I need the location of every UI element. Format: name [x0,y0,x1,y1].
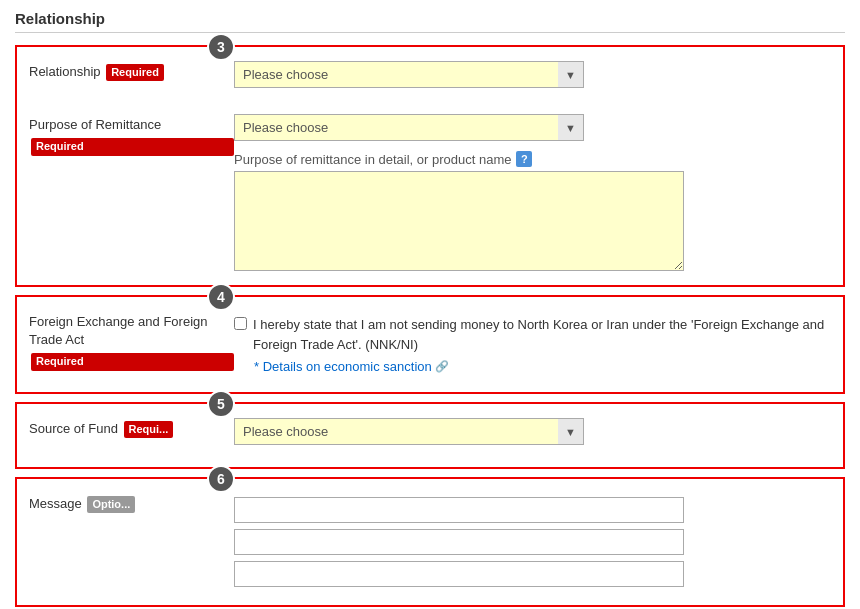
page-title: Relationship [15,10,845,33]
fx-checkbox-row: I hereby state that I am not sending mon… [234,315,831,354]
foreign-exchange-required-badge: Required [31,353,234,370]
source-of-fund-section: 5 Source of Fund Requi... Please choose … [15,402,845,469]
message-input-3[interactable] [234,561,684,587]
message-input-1[interactable] [234,497,684,523]
message-optional-badge: Optio... [87,496,135,513]
relationship-section: 3 Relationship Required Please choose ▼ … [15,45,845,287]
foreign-exchange-label: Foreign Exchange and Foreign Trade Act R… [29,307,234,371]
purpose-select[interactable]: Please choose [234,114,584,141]
relationship-controls: Please choose ▼ [234,57,831,100]
source-of-fund-controls: Please choose ▼ [234,414,831,457]
relationship-select1-wrapper: Please choose ▼ [234,61,584,88]
purpose-required-badge: Required [31,138,234,155]
step-6-badge: 6 [207,465,235,493]
page-container: Relationship 3 Relationship Required Ple… [0,0,860,609]
relationship-row: Relationship Required Please choose ▼ [29,57,831,100]
message-inputs [234,493,831,591]
step-4-badge: 4 [207,283,235,311]
step-3-badge: 3 [207,33,235,61]
purpose-detail-label: Purpose of remittance in detail, or prod… [234,151,831,167]
step-5-badge: 5 [207,390,235,418]
fx-checkbox[interactable] [234,317,247,330]
message-controls [234,489,831,595]
source-of-fund-select-wrapper: Please choose ▼ [234,418,584,445]
source-of-fund-required-badge: Requi... [124,421,174,438]
help-icon[interactable]: ? [516,151,532,167]
source-of-fund-row: Source of Fund Requi... Please choose ▼ [29,414,831,457]
foreign-exchange-row: Foreign Exchange and Foreign Trade Act R… [29,307,831,382]
source-of-fund-select[interactable]: Please choose [234,418,584,445]
purpose-select-wrapper: Please choose ▼ [234,114,584,141]
foreign-exchange-section: 4 Foreign Exchange and Foreign Trade Act… [15,295,845,394]
message-row: Message Optio... [29,489,831,595]
fx-text: I hereby state that I am not sending mon… [253,315,831,354]
purpose-label: Purpose of Remittance Required [29,110,234,156]
economic-sanction-link[interactable]: * Details on economic sanction 🔗 [254,359,831,374]
purpose-controls: Please choose ▼ Purpose of remittance in… [234,110,831,275]
source-of-fund-label: Source of Fund Requi... [29,414,234,438]
purpose-detail-textarea[interactable] [234,171,684,271]
relationship-label: Relationship Required [29,57,234,81]
message-label: Message Optio... [29,489,234,513]
foreign-exchange-controls: I hereby state that I am not sending mon… [234,307,831,382]
fx-content: I hereby state that I am not sending mon… [234,311,831,378]
message-input-2[interactable] [234,529,684,555]
relationship-select1[interactable]: Please choose [234,61,584,88]
purpose-row: Purpose of Remittance Required Please ch… [29,110,831,275]
external-link-icon: 🔗 [435,360,449,373]
message-section: 6 Message Optio... [15,477,845,607]
relationship-required-badge: Required [106,64,164,81]
